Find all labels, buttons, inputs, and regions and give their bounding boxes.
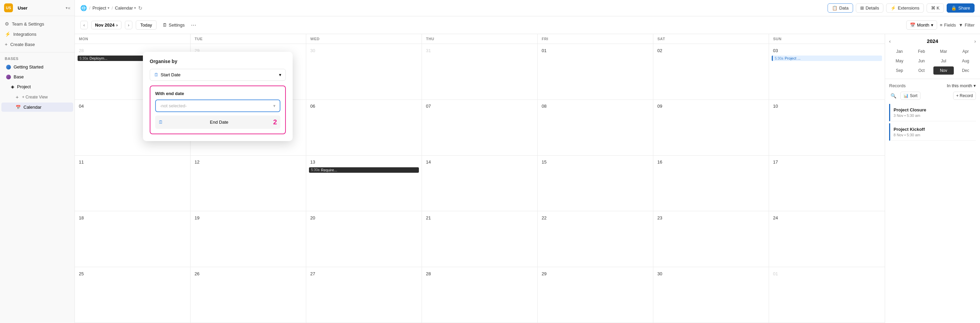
cal-cell-nov29[interactable]: 29 (538, 267, 653, 323)
cal-cell-nov19[interactable]: 19 (191, 211, 306, 267)
mini-cal-prev-button[interactable]: ‹ (889, 38, 891, 44)
add-record-button[interactable]: + Record (953, 92, 976, 100)
view-selector[interactable]: 📅 Month ▾ (906, 21, 937, 30)
mini-month-may[interactable]: May (889, 57, 910, 65)
cal-cell-nov02[interactable]: 02 (653, 44, 769, 100)
sort-button[interactable]: 📊 Sort (900, 92, 920, 100)
next-month-button[interactable]: › (125, 21, 132, 29)
event-time: 5:30a (311, 168, 320, 172)
cal-cell-dec01[interactable]: 01 (769, 267, 885, 323)
cal-cell-nov25[interactable]: 25 (75, 267, 191, 323)
sidebar-item-calendar[interactable]: 📅 Calendar (2, 102, 73, 112)
cal-cell-nov22[interactable]: 22 (538, 211, 653, 267)
getting-started-icon (6, 65, 11, 69)
mini-month-sep[interactable]: Sep (889, 66, 910, 75)
record-item-1[interactable]: Project Kickoff 8 Nov • 5:30 am (889, 123, 976, 141)
share-button[interactable]: 🔒 Share (947, 3, 975, 13)
cal-cell-nov03[interactable]: 03 5:30a Project ... (769, 44, 885, 100)
sidebar-item-base[interactable]: Base (2, 72, 73, 82)
details-tab[interactable]: ⊞ Details (856, 3, 884, 13)
cal-cell-nov08[interactable]: 08 (538, 100, 653, 156)
cal-cell-nov28[interactable]: 28 (422, 267, 538, 323)
day-number: 26 (193, 270, 201, 277)
plus-icon: + (5, 42, 8, 47)
mini-month-jan[interactable]: Jan (889, 47, 910, 56)
cal-cell-nov13[interactable]: 13 5:30a Require... (306, 156, 422, 211)
cal-cell-nov23[interactable]: 23 (653, 211, 769, 267)
cal-cell-nov30[interactable]: 30 (653, 267, 769, 323)
mini-month-jun[interactable]: Jun (911, 57, 932, 65)
create-view-button[interactable]: + + Create View (2, 92, 73, 102)
more-options-button[interactable]: ⋯ (191, 22, 196, 28)
refresh-button[interactable]: ↻ (138, 5, 143, 11)
mini-month-feb[interactable]: Feb (911, 47, 932, 56)
cal-cell-nov10[interactable]: 10 (769, 100, 885, 156)
day-number: 28 (425, 270, 432, 277)
mini-months-grid: Jan Feb Mar Apr May Jun Jul Aug Sep Oct … (889, 47, 976, 75)
extensions-icon: ⚡ (891, 5, 896, 11)
sort-icon: 📊 (904, 93, 908, 98)
cal-cell-nov21[interactable]: 21 (422, 211, 538, 267)
calendar-event[interactable]: 5:30a Require... (309, 167, 419, 173)
mini-month-dec[interactable]: Dec (955, 66, 976, 75)
cal-cell-nov24[interactable]: 24 (769, 211, 885, 267)
records-period-selector[interactable]: In this month ▾ (947, 83, 976, 88)
day-number: 12 (193, 158, 201, 166)
cal-cell-nov26[interactable]: 26 (191, 267, 306, 323)
sidebar-item-getting-started[interactable]: Getting Started (2, 62, 73, 72)
today-button[interactable]: Today (136, 21, 156, 30)
sidebar-item-integrations[interactable]: ⚡ Integrations (0, 29, 75, 39)
mini-cal-year: 2024 (927, 38, 938, 44)
create-base-button[interactable]: + Create Base (0, 39, 75, 50)
shortcut-button[interactable]: ⌘ K (927, 3, 944, 13)
fields-button[interactable]: ≡ Fields (940, 22, 956, 27)
settings-button[interactable]: 🗓 Settings (160, 21, 188, 29)
fields-icon: ≡ (940, 22, 943, 27)
mini-month-nov[interactable]: Nov (933, 66, 954, 75)
end-date-selector[interactable]: -not selected- ▾ (155, 99, 280, 112)
mini-month-oct[interactable]: Oct (911, 66, 932, 75)
start-date-selector[interactable]: 🗓 Start Date ▾ (150, 69, 286, 81)
search-button[interactable]: 🔍 (889, 92, 898, 100)
integrations-icon: ⚡ (5, 31, 11, 37)
extensions-button[interactable]: ⚡ Extensions (886, 3, 924, 13)
breadcrumb-calendar[interactable]: Calendar ▾ (115, 5, 137, 11)
end-date-option[interactable]: 🗓 End Date 2 (155, 115, 280, 129)
event-title: Require... (321, 168, 337, 172)
cal-cell-nov11[interactable]: 11 (75, 156, 191, 211)
mini-month-jul[interactable]: Jul (933, 57, 954, 65)
cal-cell-oct31[interactable]: 31 (422, 44, 538, 100)
cal-cell-nov20[interactable]: 20 (306, 211, 422, 267)
cal-cell-oct30[interactable]: 30 (306, 44, 422, 100)
cal-cell-nov27[interactable]: 27 (306, 267, 422, 323)
breadcrumb-project[interactable]: Project ▾ (92, 5, 110, 11)
cal-cell-nov06[interactable]: 06 (306, 100, 422, 156)
calendar-event[interactable]: 5:30a Project ... (772, 56, 882, 61)
cal-cell-nov14[interactable]: 14 (422, 156, 538, 211)
mini-month-apr[interactable]: Apr (955, 47, 976, 56)
cal-cell-nov09[interactable]: 09 (653, 100, 769, 156)
sidebar-item-project[interactable]: ◈ Project (2, 82, 73, 91)
mini-cal-next-button[interactable]: › (974, 38, 976, 44)
prev-month-button[interactable]: ‹ (80, 21, 88, 29)
cal-cell-nov12[interactable]: 12 (191, 156, 306, 211)
day-number: 28 (78, 47, 85, 54)
cal-cell-nov18[interactable]: 18 (75, 211, 191, 267)
cal-cell-nov07[interactable]: 07 (422, 100, 538, 156)
details-tab-icon: ⊞ (860, 5, 864, 11)
user-menu[interactable]: US User ▾ (4, 3, 68, 12)
cal-cell-nov15[interactable]: 15 (538, 156, 653, 211)
record-item-0[interactable]: Project Closure 3 Nov • 5:30 am (889, 104, 976, 121)
collapse-sidebar-icon[interactable]: « (68, 5, 70, 11)
month-selector-button[interactable]: Nov 2024 › (91, 21, 121, 29)
data-tab[interactable]: 📋 Data (827, 3, 853, 13)
filter-button[interactable]: ▼ Filter (959, 22, 975, 27)
view-chevron-icon: ▾ (931, 22, 933, 27)
mini-month-mar[interactable]: Mar (933, 47, 954, 56)
filter-icon: ▼ (959, 22, 963, 27)
cal-cell-nov16[interactable]: 16 (653, 156, 769, 211)
cal-cell-nov01[interactable]: 01 (538, 44, 653, 100)
mini-month-aug[interactable]: Aug (955, 57, 976, 65)
sidebar-item-team-settings[interactable]: ⚙ Team & Settings (0, 19, 75, 29)
cal-cell-nov17[interactable]: 17 (769, 156, 885, 211)
